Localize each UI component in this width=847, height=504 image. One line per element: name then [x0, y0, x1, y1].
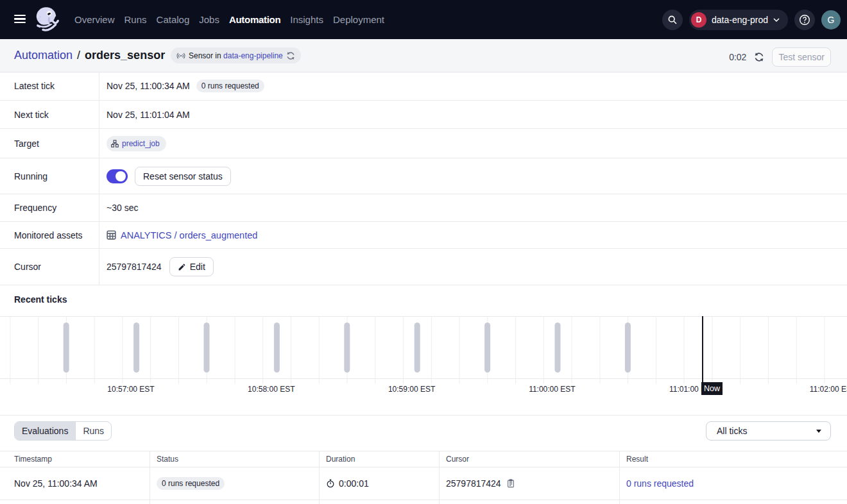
- svg-text:Now: Now: [704, 384, 721, 393]
- svg-text:10:57:00 EST: 10:57:00 EST: [107, 385, 155, 394]
- svg-text:10:58:00 EST: 10:58:00 EST: [248, 385, 295, 394]
- svg-text:11:02:00 EST: 11:02:00 EST: [810, 385, 847, 394]
- svg-text:11:00:00 EST: 11:00:00 EST: [529, 385, 576, 394]
- svg-text:10:59:00 EST: 10:59:00 EST: [388, 385, 436, 394]
